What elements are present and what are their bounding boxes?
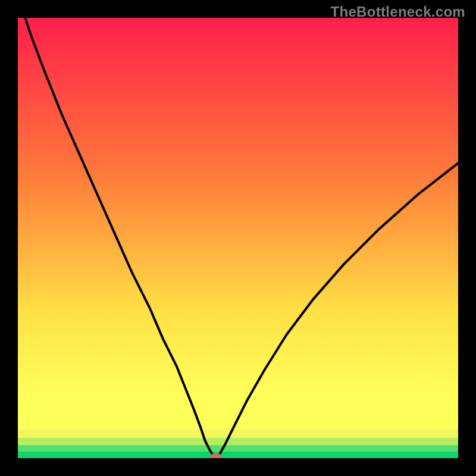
bottom-stripe-2 <box>18 445 458 452</box>
chart-frame: TheBottleneck.com <box>0 0 476 476</box>
gradient-background <box>18 18 458 430</box>
chart-svg <box>18 18 458 458</box>
watermark-label: TheBottleneck.com <box>331 4 465 20</box>
bottom-stripe-3 <box>18 438 458 445</box>
bottom-stripe-1 <box>18 452 458 458</box>
plot-area <box>18 18 458 458</box>
bottom-stripe-4 <box>18 430 458 438</box>
